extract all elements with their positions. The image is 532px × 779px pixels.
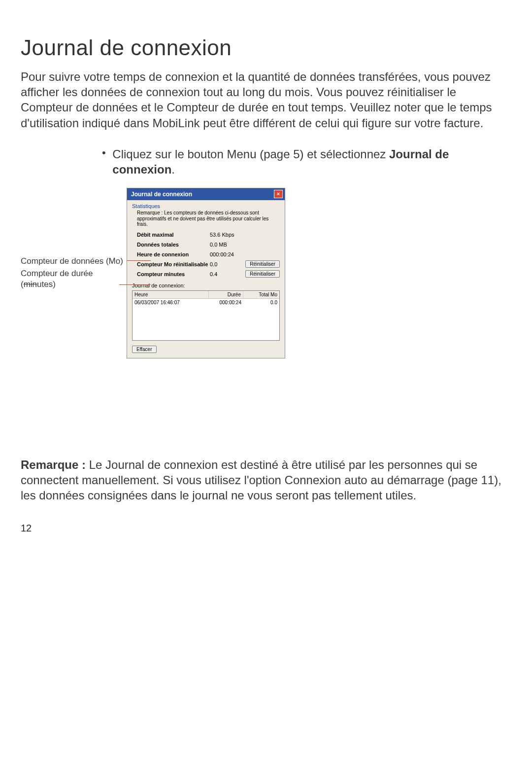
intro-paragraph: Pour suivre votre temps de connexion et … [21,69,502,131]
bullet-text-pre: Cliquez sur le bouton Menu (page 5) et s… [112,147,389,161]
callout-leader [119,284,151,285]
remark-label: Remarque : [21,458,89,471]
bullet-marker: • [102,146,112,159]
dialog-title-text: Journal de connexion [131,191,192,198]
stats-note: Remarque : Les compteurs de données ci-d… [137,210,280,227]
log-header-row: Heure Durée Total Mo [133,291,279,299]
callout-data-counter: Compteur de données (Mo) [21,256,127,266]
log-listbox[interactable]: Heure Durée Total Mo 06/03/2007 16:46:07… [132,290,280,341]
page-number: 12 [21,523,502,534]
log-row[interactable]: 06/03/2007 16:46:07 000:00:24 0.0 [133,299,279,306]
callout-leader [127,260,151,261]
stat-row-mb-counter: Compteur Mo réinitialisable 0.0 Réinitia… [137,260,280,269]
stat-row-conn-time: Heure de connexion 000:00:24 [137,250,280,259]
page-title: Journal de connexion [21,35,502,60]
remark-text: Le Journal de connexion est destiné à êt… [21,458,501,502]
log-section-label: Journal de connexion: [132,283,280,288]
connection-log-dialog: Journal de connexion × Statistiques Rema… [127,188,285,358]
callout-duration-counter: Compteur de durée (minutes) [21,268,127,289]
bullet-item: • Cliquez sur le bouton Menu (page 5) et… [102,146,502,177]
bullet-text-post: . [171,163,175,176]
dialog-titlebar: Journal de connexion × [127,188,285,200]
clear-button[interactable]: Effacer [132,346,157,353]
remark-paragraph: Remarque : Le Journal de connexion est d… [21,457,502,503]
reset-mb-button[interactable]: Réinitialiser [245,260,280,268]
close-icon[interactable]: × [274,190,283,198]
reset-min-button[interactable]: Réinitialiser [245,270,280,278]
stat-row-max-rate: Débit maximal 53.6 Kbps [137,230,280,239]
stats-legend: Statistiques [132,203,280,209]
stat-row-total-data: Données totales 0.0 MB [137,240,280,249]
stat-row-min-counter: Compteur minutes 0.4 Réinitialiser [137,270,280,279]
